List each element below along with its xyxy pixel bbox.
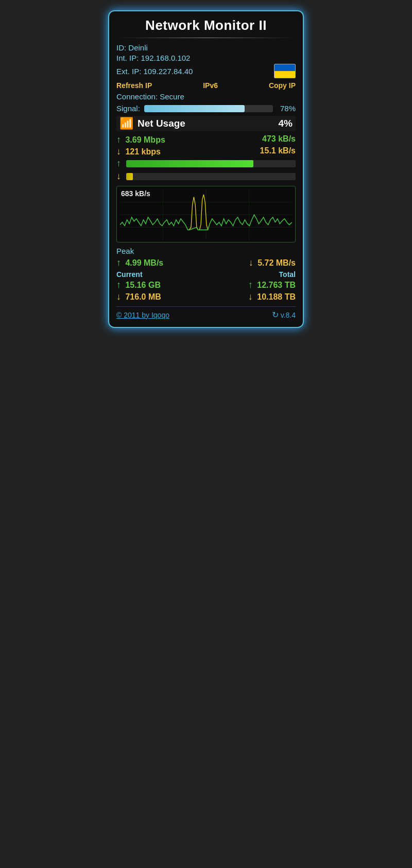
net-usage-label: Net Usage [138,118,274,129]
connection-value: Secure [160,92,184,101]
id-row: ID: Deinli [116,43,296,52]
upload-arrow-icon: ↑ [116,134,121,145]
refresh-ip-button[interactable]: Refresh IP [116,81,152,90]
ext-ip-row: Ext. IP: 109.227.84.40 [116,64,296,78]
connection-label: Connection: [116,92,158,101]
current-header: Current [116,270,143,279]
download-bar-row: ↓ [116,171,296,182]
download-speed-row: ↓ 121 kbps 15.1 kB/s [116,146,296,157]
total-upload-arrow-icon: ↑ [248,280,253,290]
total-upload-value: 12.763 TB [257,281,296,289]
ipv6-button[interactable]: IPv6 [203,81,218,90]
graph-speed-label: 683 kB/s [121,189,150,198]
ext-ip-value: 109.227.84.40 [144,67,193,76]
network-monitor-widget: Network Monitor II ID: Deinli Int. IP: 1… [108,10,304,328]
net-usage-row: 📶 Net Usage 4% [116,116,296,131]
upload-bar-background [126,160,296,167]
upload-speed-row: ↑ 3.69 Mbps 473 kB/s [116,134,296,145]
upload-bar-arrow-icon: ↑ [116,158,121,169]
peak-upload-arrow-icon: ↑ [116,257,121,268]
current-upload: ↑ 15.16 GB [116,280,161,290]
copy-ip-button[interactable]: Copy IP [269,81,296,90]
download-speed-right: 15.1 kB/s [260,146,296,157]
signal-bar-background [144,105,273,112]
signal-label: Signal: [116,104,140,113]
download-speed-kbs: 15.1 kB/s [260,146,296,155]
upload-data-row: ↑ 15.16 GB ↑ 12.763 TB [116,280,296,290]
title-divider [116,38,296,38]
download-speed-kbps: 121 kbps [125,147,160,156]
peak-speeds-row: ↑ 4.99 MB/s ↓ 5.72 MB/s [116,257,296,268]
peak-upload: ↑ 4.99 MB/s [116,257,163,268]
upload-speed-kbs: 473 kB/s [262,134,296,143]
signal-bar-fill [144,105,245,112]
total-download-arrow-icon: ↓ [248,291,253,302]
refresh-icon: ↻ [272,310,279,320]
download-bar-background [126,173,296,180]
download-bar-arrow-icon: ↓ [116,171,121,182]
signal-row: Signal: 78% [116,104,296,113]
country-flag [274,64,296,78]
signal-percentage: 78% [277,104,296,113]
peak-section: Peak ↑ 4.99 MB/s ↓ 5.72 MB/s Current Tot… [116,247,296,302]
peak-download-arrow-icon: ↓ [249,257,253,268]
upload-speed-right: 473 kB/s [262,134,296,145]
id-value: Deinli [128,43,148,52]
upload-bar-row: ↑ [116,158,296,169]
peak-upload-value: 4.99 MB/s [125,258,163,267]
ext-ip-label: Ext. IP: [116,67,141,76]
total-download-value: 10.188 TB [257,292,296,301]
current-download: ↓ 716.0 MB [116,291,161,302]
copyright-link[interactable]: © 2011 by Iqoqo [116,311,169,319]
wifi-icon: 📶 [119,118,133,129]
curr-upload-arrow-icon: ↑ [116,280,121,290]
upload-bar-fill [126,160,253,167]
current-upload-value: 15.16 GB [125,281,160,289]
network-graph-section: 683 kB/s [116,186,296,242]
total-download: ↓ 10.188 TB [248,291,296,302]
footer: © 2011 by Iqoqo ↻ v.8.4 [116,306,296,320]
int-ip-label: Int. IP: [116,54,139,62]
current-total-headers: Current Total [116,270,296,279]
net-usage-percentage: 4% [279,118,293,129]
download-data-row: ↓ 716.0 MB ↓ 10.188 TB [116,291,296,302]
ext-ip-text: Ext. IP: 109.227.84.40 [116,67,193,76]
current-download-value: 716.0 MB [125,292,161,301]
connection-row: Connection: Secure [116,92,296,101]
id-label: ID: [116,43,126,52]
download-speed-left: ↓ 121 kbps [116,146,161,157]
download-bar-fill [126,173,133,180]
peak-download: ↓ 5.72 MB/s [249,257,296,268]
int-ip-row: Int. IP: 192.168.0.102 [116,54,296,62]
upload-speed-mbps: 3.69 Mbps [125,135,165,144]
int-ip-value: 192.168.0.102 [141,54,191,62]
download-arrow-icon: ↓ [116,146,121,157]
action-buttons-row: Refresh IP IPv6 Copy IP [116,81,296,90]
total-upload: ↑ 12.763 TB [248,280,296,290]
upload-speed-left: ↑ 3.69 Mbps [116,134,165,145]
version-text: v.8.4 [281,311,296,319]
version-section: ↻ v.8.4 [272,310,296,320]
widget-title: Network Monitor II [116,18,296,33]
peak-title: Peak [116,247,296,255]
total-header: Total [279,270,296,279]
peak-download-value: 5.72 MB/s [258,258,296,267]
curr-download-arrow-icon: ↓ [116,291,121,302]
